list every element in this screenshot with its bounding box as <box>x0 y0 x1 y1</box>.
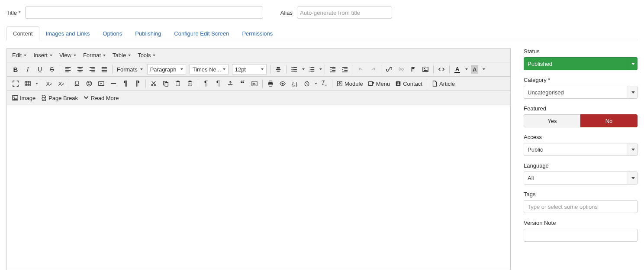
redo-button[interactable] <box>367 63 379 75</box>
bg-color-caret[interactable] <box>481 63 486 75</box>
date-time-button[interactable] <box>301 78 313 90</box>
font-family-select[interactable]: Times Ne... <box>190 64 229 74</box>
block-format-select[interactable]: Paragraph <box>147 64 186 74</box>
svg-marker-39 <box>412 67 415 69</box>
menu-insert[interactable]: Insert <box>30 49 56 61</box>
superscript-button[interactable]: X2 <box>55 78 67 90</box>
subscript-button[interactable]: X2 <box>43 78 55 90</box>
cut-button[interactable] <box>148 78 160 90</box>
bullet-list-button[interactable] <box>288 63 300 75</box>
paste-button[interactable] <box>172 78 184 90</box>
indent-button[interactable] <box>339 63 351 75</box>
tab-options[interactable]: Options <box>96 26 129 40</box>
italic-button[interactable]: I <box>22 63 34 75</box>
article-button[interactable]: Article <box>429 78 457 90</box>
special-character-button[interactable]: Ω <box>71 78 83 90</box>
category-select[interactable]: Uncategorised <box>524 86 638 99</box>
featured-yes-button[interactable]: Yes <box>524 114 580 127</box>
align-justify-button[interactable] <box>98 63 110 75</box>
caret-down-icon <box>627 172 637 184</box>
version-note-input[interactable] <box>524 229 638 242</box>
editor-content[interactable] <box>7 105 510 270</box>
language-select[interactable]: All <box>524 172 638 185</box>
alias-input[interactable] <box>297 6 392 19</box>
ltr-button[interactable]: ¶ <box>119 78 132 90</box>
blockquote-button[interactable]: “ <box>236 78 248 90</box>
template-button[interactable]: {;} <box>289 78 301 90</box>
media-button[interactable] <box>95 78 107 90</box>
nonbreaking-button[interactable] <box>224 78 236 90</box>
emoticons-button[interactable] <box>83 78 95 90</box>
svg-line-80 <box>307 84 308 84</box>
find-replace-button[interactable] <box>272 63 284 75</box>
contact-button[interactable]: Contact <box>393 78 425 90</box>
chevron-down-icon <box>83 95 89 101</box>
show-blocks-button[interactable]: ¶ <box>200 78 212 90</box>
tab-publishing[interactable]: Publishing <box>129 26 167 40</box>
outdent-button[interactable] <box>327 63 339 75</box>
source-code-button[interactable] <box>435 63 448 75</box>
menu-edit[interactable]: Edit <box>9 49 30 61</box>
show-invisible-button[interactable]: ¶ <box>212 78 224 90</box>
status-select[interactable]: Published <box>524 57 638 70</box>
anchor-button[interactable] <box>407 63 419 75</box>
image-icon <box>12 95 18 101</box>
date-time-caret[interactable] <box>313 78 318 90</box>
menu-view[interactable]: View <box>56 49 80 61</box>
menu-table[interactable]: Table <box>109 49 134 61</box>
code-sample-button[interactable] <box>248 78 261 90</box>
link-button[interactable] <box>383 63 395 75</box>
caret-down-icon <box>74 55 76 56</box>
menu-tools[interactable]: Tools <box>134 49 159 61</box>
image-button[interactable]: Image <box>10 92 38 104</box>
insert-image-button[interactable] <box>419 63 431 75</box>
text-color-caret[interactable] <box>464 63 469 75</box>
print-button[interactable] <box>264 78 277 90</box>
svg-point-48 <box>87 81 91 86</box>
tab-permissions[interactable]: Permissions <box>235 26 279 40</box>
hr-button[interactable] <box>107 78 119 90</box>
underline-button[interactable]: U <box>34 63 46 75</box>
rtl-button[interactable]: ¶ <box>132 78 144 90</box>
svg-point-41 <box>424 68 425 69</box>
menu-button[interactable]: Menu <box>366 78 393 90</box>
tab-content[interactable]: Content <box>6 26 39 40</box>
menu-format[interactable]: Format <box>80 49 109 61</box>
title-input[interactable] <box>25 6 263 19</box>
bullet-list-caret[interactable] <box>300 63 306 75</box>
copy-button[interactable] <box>160 78 172 90</box>
alias-label: Alias <box>280 10 293 16</box>
featured-no-button[interactable]: No <box>580 114 638 127</box>
svg-rect-73 <box>253 85 254 85</box>
tab-configure-edit-screen[interactable]: Configure Edit Screen <box>167 26 235 40</box>
paste-text-button[interactable]: T <box>184 78 196 90</box>
unlink-button[interactable] <box>395 63 407 75</box>
align-left-button[interactable] <box>62 63 74 75</box>
font-size-select[interactable]: 12pt <box>232 64 267 74</box>
formats-select[interactable]: Formats <box>114 63 145 75</box>
undo-button[interactable] <box>355 63 367 75</box>
preview-button[interactable] <box>277 78 289 90</box>
read-more-button[interactable]: Read More <box>80 92 121 104</box>
align-right-button[interactable] <box>86 63 98 75</box>
access-select[interactable]: Public <box>524 143 638 156</box>
svg-line-82 <box>307 81 308 82</box>
tags-input[interactable] <box>524 200 638 213</box>
table-button[interactable] <box>22 78 34 90</box>
page-break-button[interactable]: Page Break <box>38 92 80 104</box>
module-button[interactable]: Module <box>334 78 366 90</box>
bold-button[interactable]: B <box>10 63 22 75</box>
align-center-button[interactable] <box>74 63 86 75</box>
numbered-list-caret[interactable] <box>318 63 323 75</box>
svg-marker-90 <box>13 98 18 100</box>
table-caret[interactable] <box>34 78 39 90</box>
numbered-list-button[interactable]: 123 <box>306 63 318 75</box>
fullscreen-button[interactable] <box>10 78 22 90</box>
title-label: Title * <box>6 10 21 16</box>
text-color-button[interactable]: A <box>451 63 464 75</box>
strikethrough-button[interactable]: S <box>46 63 58 75</box>
clear-formatting-button[interactable]: T× <box>318 78 330 90</box>
bg-color-button[interactable]: A <box>469 63 481 75</box>
tab-images-and-links[interactable]: Images and Links <box>39 26 97 40</box>
caret-down-icon <box>24 55 26 56</box>
